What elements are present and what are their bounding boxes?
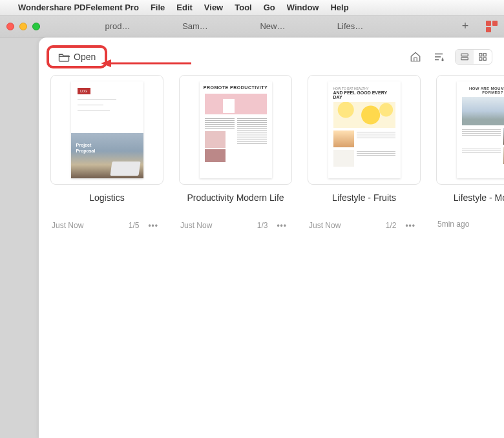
document-card[interactable]: LOG ProjectProposal Logistics Just Now — [50, 75, 163, 231]
folder-open-icon — [58, 52, 70, 62]
svg-rect-5 — [483, 54, 486, 56]
document-thumbnail: PROMOTE PRODUCTIVITY — [179, 75, 292, 185]
minimize-window-button[interactable] — [19, 23, 27, 30]
annotation-arrow-icon — [101, 57, 191, 70]
home-panel: Open — [39, 37, 504, 438]
thumb-headline: HOW ARE MOUNTAINS FORMED? — [461, 87, 505, 94]
document-card[interactable]: HOW ARE MOUNTAINS FORMED? Lifestyle - Mo… — [436, 75, 504, 231]
mac-menubar: Wondershare PDFelement Pro File Edit Vie… — [0, 0, 504, 16]
fullscreen-window-button[interactable] — [32, 23, 40, 30]
document-page-count: 1/2 — [386, 221, 397, 230]
open-button-label: Open — [74, 52, 96, 62]
menu-tool[interactable]: Tool — [235, 3, 251, 12]
document-time: Just Now — [180, 221, 212, 230]
svg-rect-7 — [483, 57, 486, 60]
document-tab[interactable]: prod… — [79, 21, 156, 31]
svg-rect-2 — [461, 54, 468, 56]
document-title: Productivity Modern Life — [179, 193, 292, 214]
more-options-button[interactable]: ••• — [273, 220, 291, 231]
open-button[interactable]: Open — [50, 49, 103, 65]
document-thumbnail: HOW TO EAT HEALTHY AND FEEL GOOD EVERY D… — [308, 75, 421, 185]
document-title: Lifestyle - Mountain — [436, 193, 504, 214]
document-time: Just Now — [52, 221, 83, 230]
list-view-button[interactable] — [456, 50, 474, 64]
app-grid-icon[interactable] — [486, 21, 498, 32]
document-page-count: 1/5 — [129, 221, 140, 230]
svg-rect-6 — [479, 57, 482, 60]
document-card[interactable]: PROMOTE PRODUCTIVITY — [179, 75, 292, 231]
document-time: 5min ago — [437, 220, 469, 229]
window-tab-bar: prod… Sam… New… Lifes… + — [0, 16, 504, 37]
home-toolbar: Open — [39, 41, 504, 72]
svg-rect-4 — [479, 54, 482, 56]
menu-file[interactable]: File — [151, 3, 165, 12]
view-mode-toggle — [455, 49, 492, 65]
window-controls — [6, 23, 40, 30]
more-options-button[interactable]: ••• — [401, 220, 419, 231]
document-title: Lifestyle - Fruits — [308, 193, 421, 214]
document-thumbnail: LOG ProjectProposal — [50, 75, 163, 185]
svg-rect-3 — [461, 57, 468, 60]
home-icon[interactable] — [408, 50, 423, 64]
document-tab[interactable]: Lifes… — [311, 21, 389, 31]
menu-window[interactable]: Window — [287, 3, 319, 12]
document-page-count: 1/3 — [257, 221, 268, 230]
new-tab-button[interactable]: + — [457, 19, 473, 33]
more-options-button[interactable]: ••• — [144, 220, 162, 231]
document-title: Logistics — [50, 193, 163, 214]
document-time: Just Now — [309, 221, 341, 230]
document-card[interactable]: HOW TO EAT HEALTHY AND FEEL GOOD EVERY D… — [308, 75, 421, 231]
close-window-button[interactable] — [6, 23, 14, 30]
document-tab[interactable]: New… — [234, 21, 311, 31]
menu-help[interactable]: Help — [330, 3, 348, 12]
thumb-headline: PROMOTE PRODUCTIVITY — [200, 85, 272, 90]
grid-view-button[interactable] — [474, 50, 492, 64]
menu-edit[interactable]: Edit — [176, 3, 193, 12]
menu-go[interactable]: Go — [264, 3, 275, 12]
document-thumbnail: HOW ARE MOUNTAINS FORMED? — [436, 75, 504, 185]
app-name-menu[interactable]: Wondershare PDFelement Pro — [18, 3, 139, 12]
thumb-logo: LOG — [78, 88, 90, 94]
sort-icon[interactable] — [432, 50, 446, 64]
recent-documents-grid: LOG ProjectProposal Logistics Just Now — [39, 72, 504, 231]
thumb-headline: AND FEEL GOOD EVERY DAY — [333, 90, 395, 99]
menu-view[interactable]: View — [204, 3, 223, 12]
document-tab[interactable]: Sam… — [156, 21, 234, 31]
